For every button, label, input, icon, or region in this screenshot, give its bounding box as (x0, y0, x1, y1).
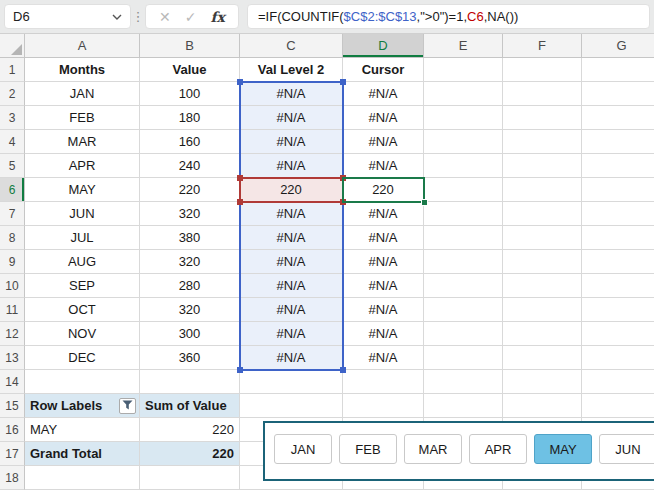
cell-E7[interactable] (424, 202, 503, 226)
cell-C5[interactable]: #N/A (240, 154, 343, 178)
slicer-button-feb[interactable]: FEB (339, 434, 397, 464)
cell-G4[interactable] (582, 130, 654, 154)
cell-B17[interactable]: 220 (140, 442, 240, 466)
cell-D11[interactable]: #N/A (343, 298, 424, 322)
cell-G9[interactable] (582, 250, 654, 274)
cell-F10[interactable] (503, 274, 582, 298)
chevron-down-icon[interactable] (112, 14, 122, 20)
cell-C13[interactable]: #N/A (240, 346, 343, 370)
row-header-9[interactable]: 9 (0, 250, 25, 274)
cell-G8[interactable] (582, 226, 654, 250)
cell-A16[interactable]: MAY (25, 418, 140, 442)
insert-function-icon[interactable]: fx (211, 9, 225, 25)
column-header-B[interactable]: B (140, 34, 240, 58)
cell-A12[interactable]: NOV (25, 322, 140, 346)
cell-B15[interactable]: Sum of Value (140, 394, 240, 418)
cell-A15[interactable]: Row Labels (25, 394, 140, 418)
cell-A9[interactable]: AUG (25, 250, 140, 274)
cell-F13[interactable] (503, 346, 582, 370)
cell-C8[interactable]: #N/A (240, 226, 343, 250)
slicer-button-apr[interactable]: APR (469, 434, 527, 464)
formula-input[interactable]: =IF(COUNTIF( $C$2:$C$13 ,">0")=1, C6 ,NA… (247, 4, 650, 29)
column-header-C[interactable]: C (240, 34, 343, 58)
cell-D5[interactable]: #N/A (343, 154, 424, 178)
slicer-button-mar[interactable]: MAR (404, 434, 462, 464)
cell-G7[interactable] (582, 202, 654, 226)
cell-G1[interactable] (582, 58, 654, 82)
cell-D10[interactable]: #N/A (343, 274, 424, 298)
column-header-G[interactable]: G (582, 34, 654, 58)
cell-E1[interactable] (424, 58, 503, 82)
row-header-1[interactable]: 1 (0, 58, 25, 82)
cell-A14[interactable] (25, 370, 140, 394)
cell-F4[interactable] (503, 130, 582, 154)
cell-A13[interactable]: DEC (25, 346, 140, 370)
cell-E11[interactable] (424, 298, 503, 322)
cell-E4[interactable] (424, 130, 503, 154)
cell-G10[interactable] (582, 274, 654, 298)
cell-C1[interactable]: Val Level 2 (240, 58, 343, 82)
cell-D6[interactable]: 220 (343, 178, 424, 202)
cell-C10[interactable]: #N/A (240, 274, 343, 298)
cell-C11[interactable]: #N/A (240, 298, 343, 322)
cell-F9[interactable] (503, 250, 582, 274)
row-header-6[interactable]: 6 (0, 178, 25, 202)
cell-B16[interactable]: 220 (140, 418, 240, 442)
cell-F5[interactable] (503, 154, 582, 178)
cell-A7[interactable]: JUN (25, 202, 140, 226)
cell-C9[interactable]: #N/A (240, 250, 343, 274)
cell-F15[interactable] (503, 394, 582, 418)
row-header-12[interactable]: 12 (0, 322, 25, 346)
cell-A5[interactable]: APR (25, 154, 140, 178)
cell-F3[interactable] (503, 106, 582, 130)
cell-F14[interactable] (503, 370, 582, 394)
cell-B8[interactable]: 380 (140, 226, 240, 250)
cell-D15[interactable] (343, 394, 424, 418)
cell-F8[interactable] (503, 226, 582, 250)
cell-B11[interactable]: 320 (140, 298, 240, 322)
cancel-icon[interactable]: ✕ (159, 9, 171, 25)
cell-E10[interactable] (424, 274, 503, 298)
cell-B7[interactable]: 320 (140, 202, 240, 226)
cell-G5[interactable] (582, 154, 654, 178)
cell-D14[interactable] (343, 370, 424, 394)
pivot-filter-button[interactable] (119, 398, 136, 414)
row-header-16[interactable]: 16 (0, 418, 25, 442)
cell-G13[interactable] (582, 346, 654, 370)
cell-B10[interactable]: 280 (140, 274, 240, 298)
cell-B3[interactable]: 180 (140, 106, 240, 130)
cell-D4[interactable]: #N/A (343, 130, 424, 154)
cell-G15[interactable] (582, 394, 654, 418)
row-header-18[interactable]: 18 (0, 466, 25, 490)
cell-E3[interactable] (424, 106, 503, 130)
select-all-corner[interactable] (0, 34, 25, 58)
cell-D1[interactable]: Cursor (343, 58, 424, 82)
cell-C12[interactable]: #N/A (240, 322, 343, 346)
cell-B1[interactable]: Value (140, 58, 240, 82)
cell-C7[interactable]: #N/A (240, 202, 343, 226)
cell-B4[interactable]: 160 (140, 130, 240, 154)
cell-C15[interactable] (240, 394, 343, 418)
column-header-A[interactable]: A (25, 34, 140, 58)
cell-A3[interactable]: FEB (25, 106, 140, 130)
cell-A11[interactable]: OCT (25, 298, 140, 322)
cell-C3[interactable]: #N/A (240, 106, 343, 130)
cell-C2[interactable]: #N/A (240, 82, 343, 106)
cell-F7[interactable] (503, 202, 582, 226)
cell-C6[interactable]: 220 (240, 178, 343, 202)
cell-B5[interactable]: 240 (140, 154, 240, 178)
cell-C4[interactable]: #N/A (240, 130, 343, 154)
cell-G14[interactable] (582, 370, 654, 394)
row-header-14[interactable]: 14 (0, 370, 25, 394)
cell-E12[interactable] (424, 322, 503, 346)
row-header-10[interactable]: 10 (0, 274, 25, 298)
cell-A6[interactable]: MAY (25, 178, 140, 202)
cell-D9[interactable]: #N/A (343, 250, 424, 274)
row-header-15[interactable]: 15 (0, 394, 25, 418)
enter-icon[interactable]: ✓ (185, 9, 197, 25)
cell-F2[interactable] (503, 82, 582, 106)
column-header-E[interactable]: E (424, 34, 503, 58)
column-header-F[interactable]: F (503, 34, 582, 58)
cell-G3[interactable] (582, 106, 654, 130)
cell-E6[interactable] (424, 178, 503, 202)
